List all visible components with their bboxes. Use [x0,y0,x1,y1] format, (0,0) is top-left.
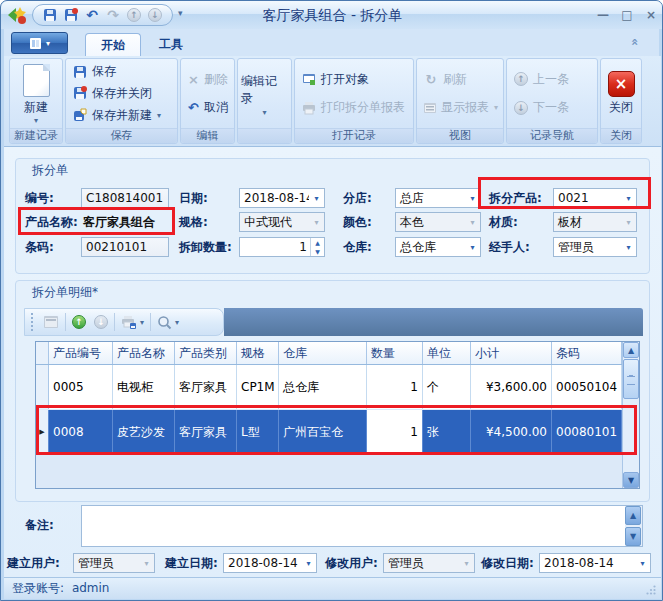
cell-category[interactable]: 客厅家具 [175,410,237,454]
minimize-button[interactable]: — [595,7,611,23]
close-red-icon: × [608,71,635,97]
ribbon-collapse-icon[interactable]: « [628,38,642,46]
order-no-field[interactable]: C180814001 [81,188,169,208]
column-header-barcode[interactable]: 条码 [552,342,622,364]
cell-product-no[interactable]: 0005 [49,365,113,409]
grid-scrollbar[interactable]: ▲ ▼ [622,342,639,488]
cell-subtotal[interactable]: ¥3,600.00 [471,365,552,409]
spec-label: 规格: [179,212,208,232]
cell-warehouse[interactable]: 总仓库 [279,365,367,409]
previous-record-button[interactable]: ↑ 上一条 [510,69,594,89]
groupbox-title: 拆分单 [32,162,68,179]
save-close-button[interactable]: 保存并关闭 [69,83,174,103]
color-combo[interactable]: 本色 ▾ [395,212,481,232]
application-menu-button[interactable]: ▾ [11,32,68,54]
next-record-button[interactable]: ↓ 下一条 [510,98,594,118]
table-row[interactable]: 0005 电视柜 客厅家具 CP1M 总仓库 1 个 ¥3,600.00 000… [36,365,622,410]
handler-combo[interactable]: 管理员 ▾ [553,237,637,257]
spec-combo[interactable]: 中式现代 ▾ [239,212,325,232]
group-label: 保存 [66,128,177,143]
table-row-selected[interactable]: ▶ 0008 皮艺沙发 客厅家具 L型 广州百宝仓 1 张 ¥4,500.00 … [36,410,622,455]
remarks-scrollbar[interactable]: ▲ ▼ [625,506,642,546]
toolbar-grip[interactable] [31,313,35,331]
column-header-unit[interactable]: 单位 [423,342,471,364]
column-header-warehouse[interactable]: 仓库 [279,342,367,364]
up-circle-icon: ↑ [514,72,528,86]
scroll-down-icon[interactable]: ▼ [623,472,639,488]
qty-stepper[interactable]: 1 ▲ ▼ [239,237,325,257]
cell-warehouse[interactable]: 广州百宝仓 [279,410,367,454]
show-report-label: 显示报表 [441,99,489,116]
form-view-button[interactable] [41,311,61,333]
refresh-button[interactable]: ↻ 刷新 [420,69,500,89]
edit-record-button[interactable]: 编辑记录 ▾ [241,61,288,126]
column-header-spec[interactable]: 规格 [237,342,279,364]
cell-unit[interactable]: 张 [423,410,471,454]
column-header-subtotal[interactable]: 小计 [471,342,552,364]
chevron-down-icon: ▾ [262,110,266,115]
ribbon-group-close: × 关闭 关闭 [600,58,642,144]
date-combo[interactable]: 2018-08-14 ▾ [239,188,325,208]
application-window: ↶ ↷ ↑ ↓ ▾ 客厅家具组合 - 拆分单 — □ × ▾ 开始 工具 « 新… [0,0,663,601]
scroll-down-icon[interactable]: ▼ [625,527,641,546]
material-combo[interactable]: 板材 ▾ [553,212,637,232]
barcode-field[interactable]: 00210101 [81,237,169,257]
cell-qty-editing[interactable]: 1 [367,410,423,454]
cell-spec[interactable]: L型 [237,410,279,454]
spin-up-icon[interactable]: ▲ [311,238,324,247]
close-button[interactable]: × 关闭 [604,61,638,126]
scroll-up-icon[interactable]: ▲ [625,506,641,525]
scroll-up-icon[interactable]: ▲ [623,342,639,358]
row-indicator-header[interactable] [36,342,49,364]
split-product-combo[interactable]: 0021 ▾ [553,188,637,208]
resize-grip-icon[interactable] [646,585,656,595]
close-window-button[interactable]: × [643,7,659,23]
remarks-textarea[interactable]: ▲ ▼ [81,505,643,547]
export-button[interactable]: ▾ [119,311,146,333]
grid-header-row: 产品编号 产品名称 产品类别 规格 仓库 数量 单位 小计 条码 [36,342,622,365]
open-object-button[interactable]: 打开对象 [298,69,410,89]
search-button[interactable]: ▾ [155,311,181,333]
move-up-button[interactable]: ↑ [70,311,88,333]
modified-by-combo[interactable]: 管理员 ▾ [383,553,475,573]
modified-date-label: 修改日期: [481,553,534,573]
color-label: 颜色: [343,212,372,232]
move-down-button[interactable]: ↓ [92,311,110,333]
cell-unit[interactable]: 个 [423,365,471,409]
branch-combo[interactable]: 总店 ▾ [395,188,481,208]
cell-barcode[interactable]: 00080101 [552,410,622,454]
column-header-product-no[interactable]: 产品编号 [49,342,113,364]
cell-barcode[interactable]: 00050104 [552,365,622,409]
save-button[interactable]: 保存 [69,62,174,82]
new-button[interactable]: 新建 ▾ [13,61,59,126]
scrollbar-thumb[interactable] [623,359,639,399]
delete-button[interactable]: × 删除 [184,69,231,89]
show-report-button[interactable]: 显示报表 ▾ [420,98,500,118]
created-by-combo[interactable]: 管理员 ▾ [73,553,155,573]
cell-product-no[interactable]: 0008 [49,410,113,454]
maximize-button[interactable]: □ [619,7,635,23]
cell-subtotal[interactable]: ¥4,500.00 [471,410,552,454]
cell-spec[interactable]: CP1M [237,365,279,409]
cell-category[interactable]: 客厅家具 [175,365,237,409]
created-date-combo[interactable]: 2018-08-14 ▾ [223,553,317,573]
spin-down-icon[interactable]: ▼ [311,247,324,256]
move-up-icon: ↑ [72,315,86,329]
column-header-category[interactable]: 产品类别 [175,342,237,364]
tab-tools[interactable]: 工具 [143,33,199,57]
product-name-value: 客厅家具组合 [83,212,155,232]
column-header-product-name[interactable]: 产品名称 [113,342,175,364]
cell-qty[interactable]: 1 [367,365,423,409]
warehouse-combo[interactable]: 总仓库 ▾ [395,237,481,257]
date-label: 日期: [179,188,208,208]
cell-product-name[interactable]: 皮艺沙发 [113,410,175,454]
column-header-qty[interactable]: 数量 [367,342,423,364]
save-new-button[interactable]: 保存并新建 ▾ [69,105,174,125]
modified-date-combo[interactable]: 2018-08-14 ▾ [539,553,651,573]
cell-product-name[interactable]: 电视柜 [113,365,175,409]
chevron-down-icon: ▾ [621,243,636,252]
print-report-button[interactable]: 打印拆分单报表 [298,98,410,118]
toolbar-separator [150,313,151,331]
cancel-button[interactable]: ↶ 取消 [184,98,231,118]
tab-home[interactable]: 开始 [85,33,141,57]
